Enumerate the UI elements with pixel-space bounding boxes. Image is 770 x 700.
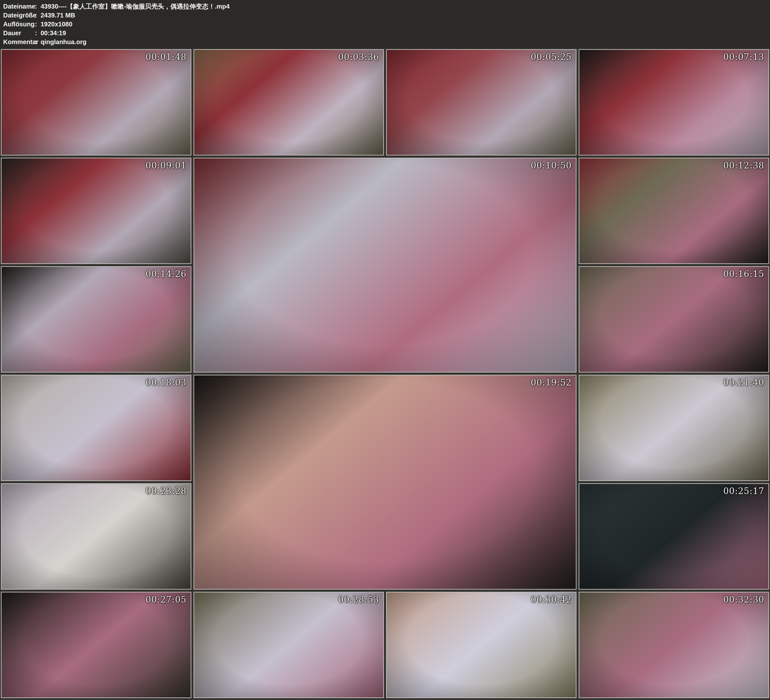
video-thumbnail[interactable]: 00:27:05 bbox=[1, 592, 191, 698]
metadata-label: Dateigröße bbox=[3, 11, 35, 19]
timestamp-overlay: 00:05:25 bbox=[531, 52, 572, 62]
timestamp-overlay: 00:18:03 bbox=[146, 378, 186, 387]
timestamp-overlay: 00:23:28 bbox=[146, 486, 186, 496]
metadata-label: Dateiname bbox=[3, 2, 35, 11]
timestamp-overlay: 00:21:40 bbox=[723, 378, 764, 387]
timestamp-overlay: 00:25:17 bbox=[723, 486, 764, 496]
timestamp-overlay: 00:14:26 bbox=[146, 269, 186, 279]
timestamp-overlay: 00:01:48 bbox=[146, 52, 186, 62]
metadata-row: Kommentar : qinglanhua.org bbox=[3, 37, 770, 46]
video-thumbnail[interactable]: 00:01:48 bbox=[1, 49, 191, 156]
metadata-value: 1920x1080 bbox=[40, 19, 72, 29]
timestamp-overlay: 00:10:50 bbox=[531, 160, 572, 170]
thumbnail-grid: 00:01:48 00:03:36 00:05:25 00:07:13 00:0… bbox=[1, 49, 769, 698]
metadata-separator: : bbox=[35, 29, 40, 37]
metadata-separator: : bbox=[35, 37, 40, 46]
video-thumbnail[interactable]: 00:03:36 bbox=[194, 49, 384, 156]
video-thumbnail[interactable]: 00:21:40 bbox=[579, 375, 769, 481]
file-metadata-header: Dateiname : 43930----【象人工作室】嗽嗽-瑜伽服贝壳头，偶遇… bbox=[0, 0, 770, 48]
timestamp-overlay: 00:16:15 bbox=[723, 269, 764, 279]
video-thumbnail[interactable]: 00:16:15 bbox=[579, 266, 769, 373]
video-thumbnail[interactable]: 00:18:03 bbox=[1, 375, 191, 481]
timestamp-overlay: 00:03:36 bbox=[338, 52, 379, 62]
video-thumbnail[interactable]: 00:05:25 bbox=[386, 49, 576, 156]
timestamp-overlay: 00:32:30 bbox=[723, 595, 764, 604]
video-thumbnail[interactable]: 00:23:28 bbox=[1, 483, 191, 590]
metadata-separator: : bbox=[35, 11, 40, 19]
video-thumbnail[interactable]: 00:30:42 bbox=[386, 592, 576, 698]
metadata-row: Dateigröße : 2439.71 MB bbox=[3, 11, 770, 19]
metadata-row: Auflösung : 1920x1080 bbox=[3, 19, 770, 29]
metadata-row: Dauer : 00:34:19 bbox=[3, 29, 770, 37]
video-thumbnail[interactable]: 00:12:38 bbox=[579, 158, 769, 264]
timestamp-overlay: 00:07:13 bbox=[723, 52, 764, 62]
metadata-value: qinglanhua.org bbox=[40, 37, 86, 46]
timestamp-overlay: 00:28:53 bbox=[338, 595, 379, 604]
metadata-value: 00:34:19 bbox=[40, 29, 66, 37]
video-thumbnail[interactable]: 00:32:30 bbox=[579, 592, 769, 698]
metadata-label: Auflösung bbox=[3, 19, 35, 29]
timestamp-overlay: 00:27:05 bbox=[146, 595, 186, 604]
video-thumbnail[interactable]: 00:10:50 bbox=[194, 158, 576, 373]
metadata-value: 2439.71 MB bbox=[40, 11, 75, 19]
metadata-label: Dauer bbox=[3, 29, 35, 37]
video-thumbnail[interactable]: 00:09:01 bbox=[1, 158, 191, 264]
metadata-label: Kommentar bbox=[3, 37, 35, 46]
video-thumbnail[interactable]: 00:14:26 bbox=[1, 266, 191, 373]
timestamp-overlay: 00:12:38 bbox=[723, 160, 764, 170]
timestamp-overlay: 00:19:52 bbox=[531, 378, 572, 387]
metadata-value: 43930----【象人工作室】嗽嗽-瑜伽服贝壳头，偶遇拉伸变态！.mp4 bbox=[40, 2, 230, 11]
video-thumbnail[interactable]: 00:28:53 bbox=[194, 592, 384, 698]
timestamp-overlay: 00:09:01 bbox=[146, 160, 186, 170]
metadata-separator: : bbox=[35, 2, 40, 11]
video-thumbnail[interactable]: 00:25:17 bbox=[579, 483, 769, 590]
video-thumbnail[interactable]: 00:07:13 bbox=[579, 49, 769, 156]
metadata-row: Dateiname : 43930----【象人工作室】嗽嗽-瑜伽服贝壳头，偶遇… bbox=[3, 2, 770, 11]
timestamp-overlay: 00:30:42 bbox=[531, 595, 572, 604]
video-thumbnail[interactable]: 00:19:52 bbox=[194, 375, 576, 590]
metadata-separator: : bbox=[35, 19, 40, 29]
